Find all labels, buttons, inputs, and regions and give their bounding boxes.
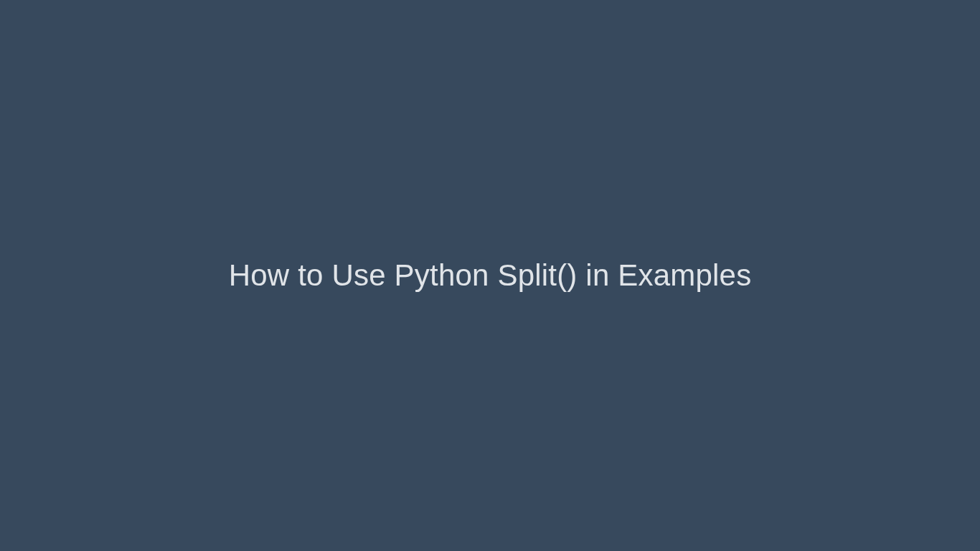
slide-title: How to Use Python Split() in Examples — [229, 258, 752, 293]
